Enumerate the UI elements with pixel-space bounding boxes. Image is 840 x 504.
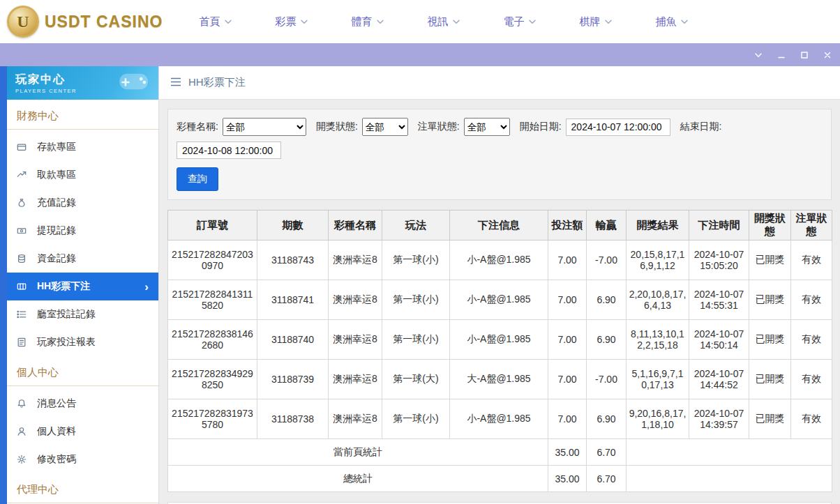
cell-1: 31188738	[257, 399, 329, 439]
cell-6: 6.90	[587, 280, 627, 320]
sidebar-item-deposit-zone[interactable]: 存款專區	[7, 133, 158, 161]
sidebar-item-funds-records[interactable]: 資金記錄	[7, 245, 158, 273]
page-title: HH彩票下注	[188, 76, 246, 89]
cell-1: 31188743	[257, 240, 329, 280]
column-header: 玩法	[382, 211, 450, 240]
cell-10: 有效	[791, 240, 832, 280]
table-row: 215217282834929825031188739澳洲幸运8第一球(大)大-…	[168, 360, 832, 399]
start-date-input[interactable]	[566, 119, 670, 136]
sidebar-item-label: 消息公告	[37, 397, 76, 410]
nav-item-label: 體育	[351, 15, 372, 29]
nav-item-slots[interactable]: 電子	[503, 15, 536, 29]
chevron-down-icon	[301, 20, 308, 24]
cell-3: 第一球(小)	[382, 280, 450, 320]
funds-icon	[17, 253, 28, 264]
cell-8: 2024-10-07 15:05:20	[689, 240, 749, 280]
cell-9: 已開獎	[749, 399, 791, 439]
sidebar-item-hall-bet-records[interactable]: 廳室投註記錄	[7, 300, 158, 328]
table-row: 215217282841311582031188741澳洲幸运8第一球(小)小-…	[168, 280, 832, 320]
brand-logo[interactable]: U USDT CASINO	[7, 6, 163, 38]
nav-item-cards[interactable]: 棋牌	[579, 15, 612, 29]
report-icon	[17, 337, 28, 348]
sidebar-item-withdraw-records[interactable]: 提現記錄	[7, 217, 158, 245]
sidebar-item-label: 玩家投注報表	[37, 336, 96, 349]
sidebar-item-hh-lottery-bets[interactable]: HH彩票下注›	[7, 273, 158, 300]
sidebar-subtitle: PLAYERS CENTER	[15, 88, 77, 94]
sidebar-title: 玩家中心	[15, 72, 77, 87]
cell-0: 2152172828319735780	[168, 399, 257, 439]
chevron-down-icon[interactable]	[753, 49, 764, 61]
sidebar-item-label: 廳室投註記錄	[37, 308, 96, 321]
sidebar-item-label: 存款專區	[37, 141, 76, 153]
sidebar-item-label: 取款專區	[37, 169, 76, 181]
cell-9: 已開獎	[749, 280, 791, 320]
cell-0: 2152172828472030970	[168, 240, 257, 280]
nav-item-label: 棋牌	[579, 15, 600, 29]
cell-5: 7.00	[548, 240, 587, 280]
recharge-icon	[17, 197, 28, 208]
sidebar-item-player-bet-report[interactable]: 玩家投注報表	[7, 328, 158, 356]
sidebar-section-title: 代理中心	[7, 473, 158, 503]
cell-2: 澳洲幸运8	[329, 280, 382, 320]
cell-7: 5,1,16,9,7,10,17,13	[627, 360, 689, 399]
sidebar: 玩家中心 PLAYERS CENTER 財務中心存款專區取款專區充值記錄提現記錄…	[7, 66, 159, 504]
withdraw-icon	[17, 169, 28, 181]
column-header: 輸贏	[587, 211, 627, 240]
hall-icon	[17, 309, 28, 320]
cell-9: 已開獎	[749, 320, 791, 360]
close-icon[interactable]	[822, 49, 833, 61]
chevron-down-icon	[681, 20, 688, 24]
cell-0: 2152172828413115820	[168, 280, 257, 320]
cell-10: 有效	[791, 360, 832, 399]
deposit-icon	[17, 142, 28, 153]
brand-name: USDT CASINO	[45, 13, 163, 31]
nav-item-fishing[interactable]: 捕魚	[655, 15, 688, 29]
chevron-down-icon	[453, 20, 460, 24]
scroll-area: 彩種名稱:全部開獎狀態:全部注單狀態:全部開始日期:結束日期: 查詢 訂單號期數…	[159, 100, 840, 504]
cell-10: 有效	[791, 399, 832, 439]
sidebar-item-withdraw-zone[interactable]: 取款專區	[7, 161, 158, 189]
cell-10: 有效	[791, 320, 832, 360]
column-header: 下注信息	[450, 211, 548, 240]
table-row: 215217282838146268031188740澳洲幸运8第一球(小)小-…	[168, 320, 832, 360]
usdt-coin-icon: U	[7, 6, 39, 38]
draw-status-select[interactable]: 全部	[362, 118, 408, 136]
minimize-icon[interactable]	[776, 49, 787, 61]
sidebar-item-recharge-records[interactable]: 充值記錄	[7, 189, 158, 217]
gear-icon	[17, 454, 28, 465]
table-row: 215217282847203097031188743澳洲幸运8第一球(小)小-…	[168, 240, 832, 280]
column-header: 訂單號	[168, 211, 257, 240]
lottery-name-select[interactable]: 全部	[223, 118, 306, 136]
cell-2: 澳洲幸运8	[329, 360, 382, 399]
cell-6: 6.90	[587, 320, 627, 360]
sidebar-header: 玩家中心 PLAYERS CENTER	[7, 66, 158, 100]
column-header: 彩種名稱	[329, 211, 382, 240]
summary-winloss: 6.70	[587, 439, 627, 466]
sidebar-item-change-password[interactable]: 修改密碼	[7, 445, 158, 473]
nav-item-lottery[interactable]: 彩票	[275, 15, 308, 29]
summary-winloss: 6.70	[587, 466, 627, 492]
window-titlebar	[0, 43, 840, 66]
table-header-row: 訂單號期數彩種名稱玩法下注信息投注額輸贏開獎結果下注時間開獎狀態注單狀態	[168, 211, 832, 240]
sidebar-item-label: 修改密碼	[37, 453, 76, 466]
end-date-input[interactable]	[177, 142, 281, 159]
cell-8: 2024-10-07 14:55:31	[689, 280, 749, 320]
menu-icon[interactable]	[170, 77, 181, 89]
sidebar-section-title: 個人中心	[7, 356, 158, 386]
top-navigation-bar: U USDT CASINO 首頁彩票體育視訊電子棋牌捕魚	[0, 0, 840, 43]
sidebar-item-label: HH彩票下注	[37, 280, 90, 293]
sidebar-item-announcements[interactable]: 消息公告	[7, 390, 158, 418]
filter-label-draw-status: 開獎狀態:	[316, 121, 358, 133]
nav-item-video[interactable]: 視訊	[427, 15, 460, 29]
nav-item-sports[interactable]: 體育	[351, 15, 384, 29]
order-status-select[interactable]: 全部	[464, 118, 510, 136]
maximize-icon[interactable]	[799, 49, 810, 61]
cell-4: 小-A盤@1.985	[450, 280, 548, 320]
nav-item-home[interactable]: 首頁	[199, 15, 232, 29]
cell-2: 澳洲幸运8	[329, 320, 382, 360]
sidebar-item-profile[interactable]: 個人資料	[7, 418, 158, 445]
cell-4: 大-A盤@1.985	[450, 360, 548, 399]
search-button[interactable]: 查詢	[177, 167, 218, 191]
column-header: 開獎結果	[627, 211, 689, 240]
summary-bet: 35.00	[548, 466, 587, 492]
